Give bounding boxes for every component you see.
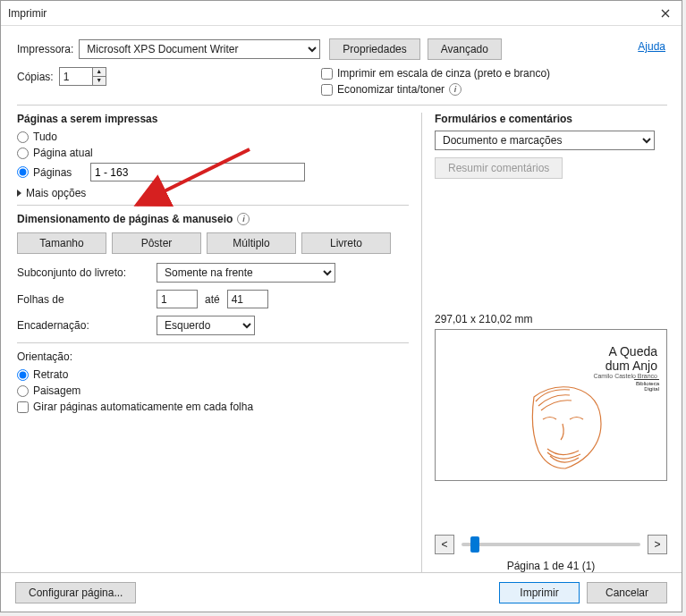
properties-button[interactable]: Propriedades bbox=[329, 38, 419, 60]
sheets-to-input[interactable] bbox=[227, 290, 268, 308]
dialog-title: Imprimir bbox=[8, 7, 47, 20]
radio-portrait-label: Retrato bbox=[33, 368, 68, 381]
preview-slider[interactable] bbox=[462, 543, 640, 546]
cancel-button[interactable]: Cancelar bbox=[587, 582, 667, 603]
subset-select[interactable]: Somente na frente bbox=[157, 263, 335, 283]
page-setup-button[interactable]: Configurar página... bbox=[15, 582, 136, 603]
to-label: até bbox=[205, 293, 220, 306]
pages-section-title: Páginas a serem impressas bbox=[17, 113, 409, 125]
print-button[interactable]: Imprimir bbox=[499, 582, 580, 603]
binding-select[interactable]: Esquerdo bbox=[157, 316, 255, 335]
grayscale-label: Imprimir em escala de cinza (preto e bra… bbox=[337, 67, 550, 80]
size-button[interactable]: Tamanho bbox=[17, 232, 106, 254]
auto-rotate-checkbox[interactable] bbox=[17, 401, 29, 413]
preview-author: Camilo Castelo Branco bbox=[593, 373, 657, 379]
sizing-section-title: Dimensionamento de páginas & manuseio bbox=[17, 213, 233, 225]
preview-illustration bbox=[516, 379, 623, 477]
info-icon[interactable]: i bbox=[237, 213, 250, 225]
preview-next-button[interactable]: > bbox=[648, 535, 667, 554]
chevron-right-icon bbox=[17, 190, 21, 197]
sheets-from-input[interactable] bbox=[157, 290, 198, 308]
sheets-label: Folhas de bbox=[17, 293, 151, 306]
preview-dimensions: 297,01 x 210,02 mm bbox=[435, 313, 667, 325]
binding-label: Encadernação: bbox=[17, 319, 151, 332]
copies-input[interactable] bbox=[59, 67, 93, 86]
radio-portrait[interactable] bbox=[17, 369, 29, 381]
grayscale-checkbox[interactable] bbox=[321, 68, 333, 80]
radio-range[interactable] bbox=[17, 166, 29, 178]
preview-title-1: A Queda bbox=[593, 344, 657, 359]
forms-select[interactable]: Documento e marcações bbox=[435, 131, 655, 150]
printer-select[interactable]: Microsoft XPS Document Writer bbox=[79, 39, 320, 59]
radio-all-label: Tudo bbox=[33, 131, 57, 143]
page-range-input[interactable] bbox=[90, 163, 305, 181]
radio-current[interactable] bbox=[17, 148, 29, 159]
help-link[interactable]: Ajuda bbox=[638, 40, 665, 53]
info-icon[interactable]: i bbox=[449, 83, 462, 96]
save-ink-checkbox[interactable] bbox=[321, 84, 333, 96]
summarize-button: Resumir comentários bbox=[435, 157, 563, 179]
preview-title-2: dum Anjo bbox=[593, 359, 657, 373]
more-options-toggle[interactable]: Mais opções bbox=[17, 187, 409, 199]
orientation-title: Orientação: bbox=[17, 350, 409, 363]
booklet-button[interactable]: Livreto bbox=[301, 232, 391, 254]
copies-label: Cópias: bbox=[17, 71, 54, 83]
preview-pager: Página 1 de 41 (1) bbox=[435, 560, 667, 572]
radio-current-label: Página atual bbox=[33, 147, 93, 159]
close-icon[interactable] bbox=[656, 4, 674, 22]
radio-range-label: Páginas bbox=[33, 166, 90, 179]
radio-all[interactable] bbox=[17, 131, 29, 143]
auto-rotate-label: Girar páginas automaticamente em cada fo… bbox=[33, 401, 253, 413]
copies-spinner[interactable]: ▲▼ bbox=[93, 67, 106, 86]
preview-prev-button[interactable]: < bbox=[435, 535, 454, 554]
save-ink-label: Economizar tinta/toner bbox=[337, 83, 445, 96]
multiple-button[interactable]: Múltiplo bbox=[207, 232, 296, 254]
advanced-button[interactable]: Avançado bbox=[428, 38, 502, 60]
preview-stamp: Biblioteca Digital bbox=[634, 379, 659, 395]
radio-landscape[interactable] bbox=[17, 385, 29, 397]
forms-section-title: Formulários e comentários bbox=[435, 113, 667, 125]
radio-landscape-label: Paisagem bbox=[33, 384, 80, 397]
printer-label: Impressora: bbox=[17, 43, 73, 55]
subset-label: Subconjunto do livreto: bbox=[17, 266, 151, 279]
poster-button[interactable]: Pôster bbox=[112, 232, 201, 254]
print-preview: A Queda dum Anjo Camilo Castelo Branco B… bbox=[435, 329, 667, 481]
